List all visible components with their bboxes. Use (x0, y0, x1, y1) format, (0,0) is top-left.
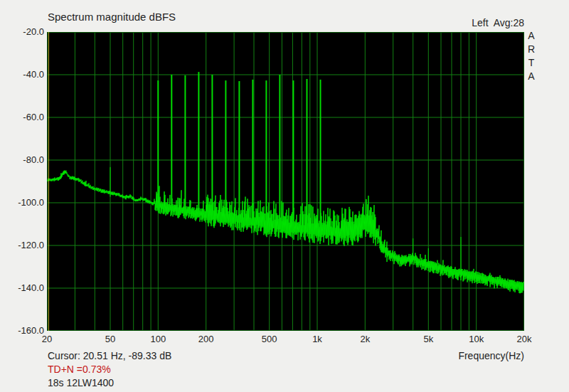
x-tick-label: 10k (457, 334, 496, 344)
y-tick-label: -120.0 (0, 240, 44, 250)
arta-logo-letter: A (526, 29, 537, 43)
frequency-axis-label: Frequency(Hz) (458, 350, 524, 361)
x-tick-label: 20k (504, 334, 544, 344)
x-tick-label: 1k (297, 334, 337, 344)
y-tick-label: -140.0 (0, 282, 44, 293)
y-tick-label: -80.0 (0, 154, 44, 165)
plot-title: Spectrum magnitude dBFS (48, 11, 176, 23)
plot-background (47, 32, 524, 331)
arta-spectrum-window: Spectrum magnitude dBFS Left Avg:28 ARTA… (0, 0, 569, 392)
cursor-readout: Cursor: 20.51 Hz, -89.33 dB (48, 350, 171, 361)
distortion-readout: TD+N =0.73% (48, 364, 111, 375)
arta-logo-letter: A (526, 70, 537, 83)
x-tick-label: 100 (138, 334, 178, 344)
x-tick-label: 20 (27, 334, 67, 344)
x-tick-label: 50 (90, 334, 130, 344)
y-tick-label: -40.0 (0, 69, 44, 80)
x-tick-label: 200 (186, 334, 226, 344)
x-tick-label: 2k (345, 334, 385, 344)
device-label: 18s 12LW1400 (48, 377, 114, 388)
arta-logo: ARTA (526, 29, 537, 83)
x-tick-label: 500 (250, 334, 289, 344)
x-tick-label: 5k (408, 334, 448, 344)
y-tick-label: -100.0 (0, 197, 44, 208)
channel-average-info: Left Avg:28 (472, 17, 524, 28)
arta-logo-letter: R (526, 43, 537, 56)
arta-logo-letter: T (526, 56, 537, 70)
y-tick-label: -60.0 (0, 112, 44, 122)
y-tick-label: -20.0 (0, 26, 44, 37)
